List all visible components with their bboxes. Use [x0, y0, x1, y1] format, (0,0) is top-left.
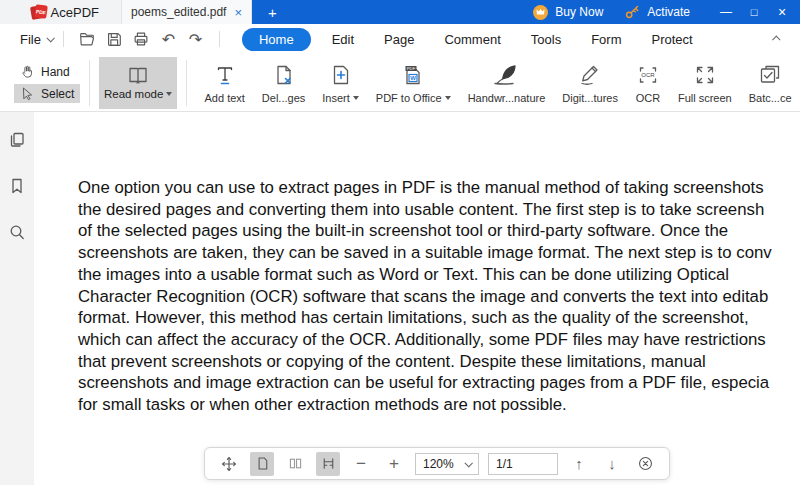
full-screen-label: Full screen	[678, 92, 732, 104]
minimize-button[interactable]: —	[712, 5, 740, 19]
zoom-level-value: 120%	[423, 457, 454, 471]
save-button[interactable]	[101, 28, 128, 50]
print-button[interactable]	[128, 28, 155, 50]
document-text-line: Character Recognition (OCR) software tha…	[78, 286, 800, 308]
chevron-down-icon	[46, 34, 54, 42]
next-page-button[interactable]: ↓	[600, 452, 624, 476]
delete-pages-label: Del...ges	[262, 92, 305, 104]
hand-tool-button[interactable]: Hand	[14, 62, 80, 81]
titlebar: PDF AcePDF poems_edited.pdf × + Buy Now …	[0, 0, 800, 24]
ocr-label: OCR	[636, 92, 660, 104]
add-text-button[interactable]: Add text	[205, 62, 245, 104]
chevron-up-icon	[772, 35, 780, 43]
file-menu-label: File	[20, 32, 41, 47]
svg-text:PDF: PDF	[407, 66, 416, 71]
batch-process-icon	[757, 62, 783, 88]
add-text-icon	[212, 62, 238, 88]
logo-front-card: PDF	[34, 4, 48, 19]
undo-icon[interactable]: ↶	[155, 28, 182, 50]
single-page-icon	[254, 455, 271, 472]
handwritten-signature-button[interactable]: Handwr...nature	[468, 62, 546, 104]
redo-icon[interactable]: ↷	[182, 28, 209, 50]
ocr-button[interactable]: OCR OCR	[635, 62, 661, 104]
document-tab[interactable]: poems_edited.pdf ×	[121, 0, 252, 24]
two-page-view-button[interactable]	[283, 452, 307, 476]
page-number-value: 1/1	[496, 457, 513, 471]
read-mode-button[interactable]: Read mode	[99, 57, 177, 109]
key-icon	[625, 5, 640, 19]
tab-title: poems_edited.pdf	[131, 5, 226, 19]
delete-pages-icon	[271, 62, 297, 88]
titlebar-right-group: Buy Now Activate — □ ×	[533, 4, 800, 20]
bookmark-icon[interactable]	[7, 176, 27, 200]
document-text-line: which can affect the accuracy of the OCR…	[78, 329, 800, 351]
document-text-line: the images into a usable format such as …	[78, 264, 800, 286]
dropdown-arrow-icon	[353, 96, 359, 100]
digital-signatures-button[interactable]: Digit...tures	[562, 62, 618, 104]
document-text-line: the desired pages and converting them in…	[78, 199, 800, 221]
close-button[interactable]: ×	[768, 4, 796, 20]
quill-pen-icon	[491, 62, 521, 88]
open-file-button[interactable]	[74, 28, 101, 50]
document-page[interactable]: One option you can use to extract pages …	[34, 112, 800, 485]
document-text-line: One option you can use to extract pages …	[78, 177, 800, 199]
page-number-input[interactable]: 1/1	[488, 453, 558, 475]
read-mode-label: Read mode	[104, 88, 163, 100]
chevron-down-icon	[464, 459, 472, 467]
digital-signatures-label: Digit...tures	[562, 92, 618, 104]
single-page-view-button[interactable]	[250, 452, 274, 476]
delete-pages-button[interactable]: Del...ges	[262, 62, 305, 104]
insert-page-icon	[328, 62, 354, 88]
document-text-line: format. However, this method has certain…	[78, 307, 800, 329]
previous-page-button[interactable]: ↑	[567, 452, 591, 476]
full-screen-button[interactable]: Full screen	[678, 62, 732, 104]
batch-process-button[interactable]: Batc...ce	[749, 62, 792, 104]
fit-width-icon	[320, 455, 337, 472]
svg-text:W: W	[410, 75, 416, 81]
tab-comment[interactable]: Comment	[429, 28, 515, 51]
batch-process-label: Batc...ce	[749, 92, 792, 104]
document-text-line: for small tasks or when other extraction…	[78, 394, 800, 416]
pan-move-icon	[220, 455, 238, 473]
tab-protect[interactable]: Protect	[636, 28, 707, 51]
zoom-in-button[interactable]: +	[382, 452, 406, 476]
search-icon[interactable]	[7, 222, 27, 246]
tab-edit[interactable]: Edit	[317, 28, 369, 51]
titlebar-blue-area: + Buy Now Activate — □ ×	[252, 0, 800, 24]
tab-form[interactable]: Form	[576, 28, 636, 51]
page-thumbnails-icon[interactable]	[7, 130, 27, 154]
maximize-button[interactable]: □	[740, 6, 768, 18]
close-toolbar-button[interactable]	[633, 452, 657, 476]
collapse-ribbon-button[interactable]	[766, 28, 788, 50]
tab-close-icon[interactable]: ×	[234, 6, 242, 19]
view-toolbar: − + 120% 1/1 ↑ ↓	[204, 447, 670, 480]
pencil-sign-icon	[577, 62, 603, 88]
document-text-line: that prevent screenshots or copying of t…	[78, 351, 800, 373]
pan-tool-button[interactable]	[217, 452, 241, 476]
tab-page[interactable]: Page	[369, 28, 429, 51]
select-tool-button[interactable]: Select	[14, 84, 80, 103]
full-screen-icon	[692, 62, 718, 88]
menubar-separator	[219, 31, 220, 47]
select-tool-label: Select	[41, 87, 74, 101]
document-text-line: screenshots and image extraction can be …	[78, 372, 800, 394]
new-tab-button[interactable]: +	[268, 4, 277, 21]
insert-button[interactable]: Insert	[322, 62, 359, 104]
select-cursor-icon	[20, 86, 35, 101]
titlebar-left: PDF AcePDF poems_edited.pdf ×	[0, 0, 252, 24]
read-mode-book-icon	[127, 65, 149, 85]
pointer-mode-group: Hand Select	[14, 62, 80, 103]
zoom-out-button[interactable]: −	[349, 452, 373, 476]
activate-button[interactable]: Activate	[647, 5, 690, 19]
add-text-label: Add text	[205, 92, 245, 104]
dropdown-arrow-icon	[166, 92, 172, 96]
zoom-level-select[interactable]: 120%	[415, 453, 479, 475]
pdf-to-office-button[interactable]: PDF W PDF to Office	[376, 62, 451, 104]
buy-now-button[interactable]: Buy Now	[555, 5, 603, 19]
file-menu-button[interactable]: File	[20, 32, 53, 47]
fit-width-button[interactable]	[316, 452, 340, 476]
tab-tools[interactable]: Tools	[516, 28, 576, 51]
tab-home[interactable]: Home	[242, 28, 311, 51]
pdf-to-office-icon: PDF W	[400, 62, 426, 88]
main-area: One option you can use to extract pages …	[0, 112, 800, 485]
